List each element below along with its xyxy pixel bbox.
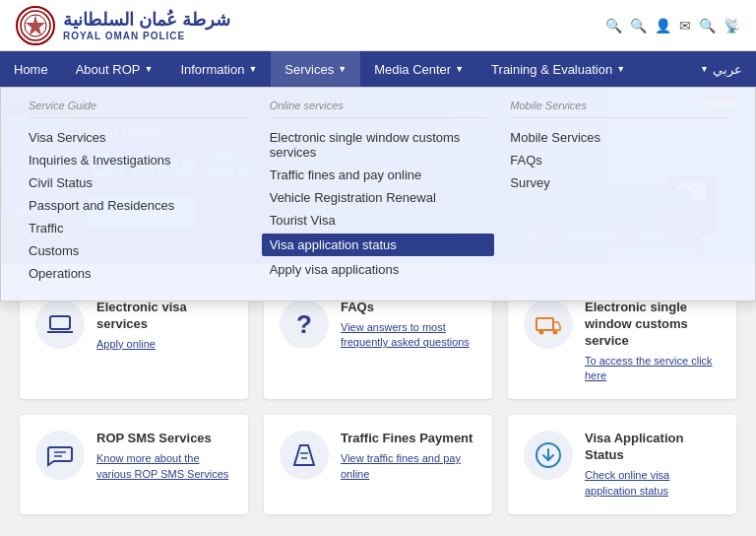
- chevron-down-icon: ▼: [338, 64, 346, 74]
- dd-esw-customs[interactable]: Electronic single window customs service…: [270, 126, 487, 164]
- services-dropdown: Service Guide Visa Services Inquiries & …: [0, 87, 756, 302]
- card-sms-services: ROP SMS Services Know more about the var…: [20, 415, 248, 514]
- chevron-down-icon: ▼: [455, 64, 464, 74]
- dd-traffic[interactable]: Traffic: [29, 217, 246, 239]
- nav-home[interactable]: Home: [0, 51, 62, 87]
- logo-arabic: شرطة عُمان السلطانية: [63, 9, 230, 31]
- card-text-traffic-fines: Traffic Fines Payment View traffic fines…: [341, 431, 476, 482]
- logo-text: شرطة عُمان السلطانية ROYAL OMAN POLICE: [63, 9, 230, 41]
- card-text-sms-services: ROP SMS Services Know more about the var…: [96, 431, 232, 482]
- search-icon-1[interactable]: 🔍: [605, 18, 622, 34]
- card-title-visa-status: Visa Application Status: [585, 431, 721, 464]
- svg-rect-17: [536, 318, 553, 330]
- header-icons: 🔍 🔍 👤 ✉ 🔍 📡: [605, 18, 740, 34]
- dropdown-col-service-guide: Service Guide Visa Services Inquiries & …: [17, 100, 258, 285]
- chevron-down-icon: ▼: [248, 64, 257, 74]
- svg-rect-15: [50, 316, 70, 329]
- nav-services[interactable]: Services ▼: [271, 51, 360, 87]
- search-icon-2[interactable]: 🔍: [630, 18, 647, 34]
- chevron-down-icon: ▼: [616, 64, 625, 74]
- card-title-sms-services: ROP SMS Services: [96, 431, 232, 447]
- nav-training[interactable]: Training & Evaluation ▼: [477, 51, 639, 87]
- card-title-faqs: FAQs: [341, 300, 476, 316]
- user-icon[interactable]: 👤: [655, 18, 671, 34]
- dd-vehicle-registration[interactable]: Vehicle Registration Renewal: [270, 186, 487, 209]
- nav-about-rop[interactable]: About ROP ▼: [62, 51, 167, 87]
- navbar: Home About ROP ▼ Information ▼ Services …: [0, 51, 756, 87]
- dd-apply-visa[interactable]: Apply visa applications: [270, 258, 487, 281]
- svg-point-19: [553, 330, 558, 335]
- card-icon-download: [524, 431, 573, 480]
- chevron-down-icon: ▼: [144, 64, 153, 74]
- card-text-electronic-visa: Electronic visa services Apply online: [96, 300, 232, 352]
- card-title-electronic-visa: Electronic visa services: [96, 300, 232, 333]
- card-icon-chat: [35, 431, 85, 480]
- content-area: Electronic visa services Apply online ? …: [0, 264, 756, 534]
- card-text-esw-customs: Electronic single window customs service…: [585, 300, 721, 383]
- search-icon-3[interactable]: 🔍: [699, 18, 716, 34]
- card-visa-status: Visa Application Status Check online vis…: [508, 415, 736, 514]
- chevron-down-icon: ▼: [700, 64, 709, 74]
- dropdown-col3-header: Mobile Services: [510, 100, 727, 118]
- card-icon-truck: [524, 300, 573, 349]
- card-link-esw-customs[interactable]: To access the service click here: [585, 354, 721, 384]
- card-title-esw-customs: Electronic single window customs service: [585, 300, 721, 350]
- card-link-faqs[interactable]: View answers to most frequently asked qu…: [341, 320, 476, 351]
- dd-visa-services[interactable]: Visa Services: [29, 126, 246, 149]
- dropdown-col-online-services: Online services Electronic single window…: [258, 100, 499, 285]
- dd-faqs[interactable]: FAQs: [510, 149, 727, 171]
- dd-mobile-services[interactable]: Mobile Services: [510, 126, 727, 149]
- card-traffic-fines: Traffic Fines Payment View traffic fines…: [264, 415, 492, 514]
- logo-area: شرطة عُمان السلطانية ROYAL OMAN POLICE: [16, 6, 230, 45]
- dd-operations[interactable]: Operations: [29, 262, 246, 285]
- dd-tourist-visa[interactable]: Tourist Visa: [270, 209, 487, 232]
- logo-emblem: [16, 6, 55, 45]
- logo-english: ROYAL OMAN POLICE: [63, 31, 230, 41]
- card-icon-laptop: [35, 300, 85, 349]
- dd-inquiries[interactable]: Inquiries & Investigations: [29, 149, 246, 171]
- dd-visa-status[interactable]: Visa application status: [262, 234, 495, 256]
- dropdown-col2-header: Online services: [270, 100, 487, 118]
- card-icon-question: ?: [280, 300, 329, 349]
- dropdown-col-mobile-services: Mobile Services Mobile Services FAQs Sur…: [498, 100, 739, 285]
- card-title-traffic-fines: Traffic Fines Payment: [341, 431, 476, 447]
- dropdown-col1-header: Service Guide: [29, 100, 246, 118]
- nav-media-center[interactable]: Media Center ▼: [360, 51, 477, 87]
- card-text-visa-status: Visa Application Status Check online vis…: [585, 431, 721, 499]
- card-icon-road: [280, 431, 329, 480]
- card-link-sms-services[interactable]: Know more about the various ROP SMS Serv…: [96, 451, 232, 482]
- dd-traffic-fines[interactable]: Traffic fines and pay online: [270, 164, 487, 186]
- card-text-faqs: FAQs View answers to most frequently ask…: [341, 300, 476, 351]
- card-link-traffic-fines[interactable]: View traffic fines and pay online: [341, 451, 476, 482]
- dd-customs[interactable]: Customs: [29, 239, 246, 262]
- card-link-electronic-visa[interactable]: Apply online: [96, 337, 232, 352]
- dd-civil-status[interactable]: Civil Status: [29, 171, 246, 194]
- nav-information[interactable]: Information ▼: [166, 51, 271, 87]
- mail-icon[interactable]: ✉: [679, 18, 691, 34]
- dd-passport-residences[interactable]: Passport and Residences: [29, 194, 246, 217]
- rss-icon[interactable]: 📡: [724, 18, 740, 34]
- card-link-visa-status[interactable]: Check online visa application status: [585, 468, 721, 499]
- svg-point-18: [539, 330, 544, 335]
- dd-survey[interactable]: Survey: [510, 171, 727, 194]
- top-header: شرطة عُمان السلطانية ROYAL OMAN POLICE 🔍…: [0, 0, 756, 51]
- nav-arabic[interactable]: عربي ▼: [686, 51, 756, 87]
